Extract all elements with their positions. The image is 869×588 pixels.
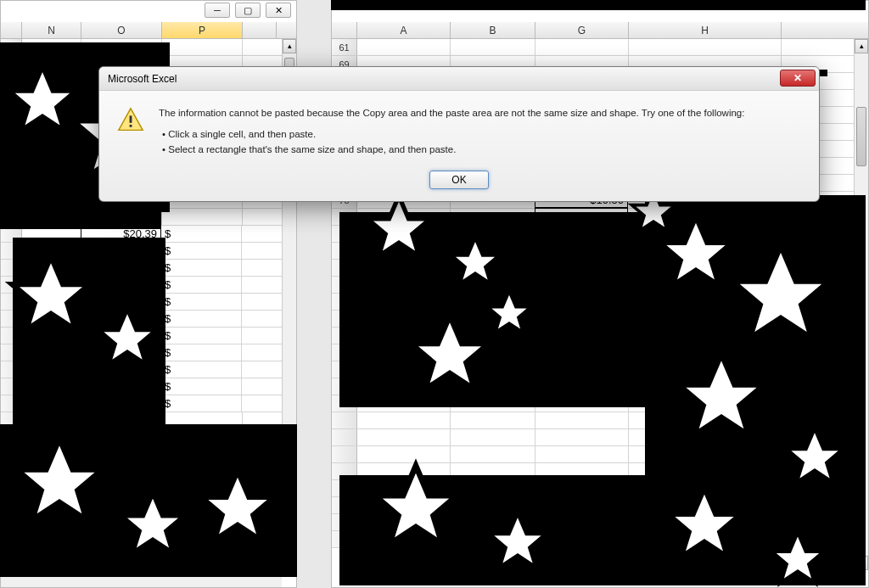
row-header[interactable] bbox=[1, 124, 22, 140]
cell[interactable] bbox=[535, 344, 629, 361]
row-header[interactable] bbox=[332, 446, 357, 462]
row-header[interactable] bbox=[332, 311, 357, 327]
cell[interactable] bbox=[162, 531, 243, 547]
cell[interactable] bbox=[629, 361, 782, 378]
cell[interactable]: $18.00 bbox=[81, 276, 161, 293]
row-header[interactable] bbox=[332, 480, 357, 496]
cell[interactable] bbox=[451, 395, 535, 412]
row-header[interactable] bbox=[1, 90, 22, 106]
row-header[interactable]: 80 bbox=[332, 226, 357, 242]
cell[interactable]: $15.00 bbox=[81, 259, 161, 276]
cell[interactable] bbox=[451, 429, 535, 445]
table-row[interactable]: 82$20.75 bbox=[332, 260, 868, 277]
cell[interactable] bbox=[162, 497, 243, 513]
cell[interactable] bbox=[628, 243, 781, 259]
cell[interactable] bbox=[451, 531, 535, 547]
table-row[interactable] bbox=[332, 294, 868, 311]
table-row[interactable] bbox=[332, 429, 868, 446]
scroll-down-icon[interactable]: ▾ bbox=[283, 556, 296, 570]
table-row[interactable]: $19.83$ bbox=[1, 395, 296, 412]
cell[interactable] bbox=[162, 463, 243, 479]
table-row[interactable]: $23.00$ bbox=[1, 344, 296, 361]
cell[interactable] bbox=[22, 175, 81, 191]
cell[interactable] bbox=[628, 209, 781, 225]
cell[interactable] bbox=[162, 429, 243, 445]
row-header[interactable] bbox=[1, 395, 22, 412]
cell[interactable] bbox=[357, 446, 451, 462]
row-header[interactable] bbox=[1, 277, 22, 293]
cell[interactable] bbox=[451, 412, 535, 428]
cell[interactable] bbox=[535, 395, 629, 412]
cell[interactable] bbox=[357, 361, 451, 378]
row-header[interactable] bbox=[1, 260, 22, 276]
cell[interactable] bbox=[357, 378, 451, 395]
cell[interactable] bbox=[22, 277, 81, 293]
cell[interactable] bbox=[451, 514, 535, 530]
cell[interactable] bbox=[22, 412, 81, 428]
column-header-N[interactable]: N bbox=[22, 22, 81, 38]
cell[interactable] bbox=[22, 90, 81, 106]
cell[interactable] bbox=[629, 446, 782, 462]
row-header[interactable] bbox=[1, 344, 22, 361]
cell[interactable]: $ bbox=[161, 260, 242, 276]
cell[interactable]: $22.00 bbox=[81, 310, 161, 327]
cell[interactable] bbox=[357, 277, 451, 293]
table-row[interactable] bbox=[1, 514, 296, 531]
cell[interactable] bbox=[22, 395, 81, 412]
cell[interactable] bbox=[357, 39, 451, 55]
row-header[interactable] bbox=[1, 226, 22, 242]
cell[interactable] bbox=[22, 192, 81, 208]
cell[interactable] bbox=[22, 226, 81, 242]
row-header[interactable]: 84 bbox=[332, 277, 357, 293]
cell[interactable] bbox=[22, 446, 81, 462]
row-header[interactable] bbox=[1, 446, 22, 462]
row-header[interactable] bbox=[1, 378, 22, 395]
cell[interactable] bbox=[357, 209, 451, 225]
cell[interactable] bbox=[629, 277, 782, 293]
ok-button[interactable]: OK bbox=[429, 171, 489, 189]
cell[interactable] bbox=[357, 328, 451, 344]
cell[interactable]: $12.00 bbox=[81, 242, 161, 259]
cell[interactable] bbox=[81, 429, 162, 445]
close-window-button[interactable]: ✕ bbox=[266, 3, 291, 18]
cell[interactable]: $ bbox=[161, 294, 242, 310]
cell[interactable] bbox=[22, 209, 81, 225]
maximize-button[interactable]: ▢ bbox=[235, 3, 261, 18]
cell[interactable] bbox=[628, 260, 781, 276]
row-header[interactable] bbox=[1, 158, 22, 174]
cell[interactable] bbox=[22, 107, 81, 123]
cell[interactable] bbox=[22, 158, 81, 174]
table-row[interactable] bbox=[332, 531, 868, 548]
scroll-down-icon[interactable]: ▾ bbox=[855, 556, 868, 570]
cell[interactable] bbox=[357, 514, 451, 530]
table-row[interactable] bbox=[1, 463, 296, 480]
select-all-corner[interactable] bbox=[332, 22, 357, 38]
table-row[interactable] bbox=[332, 311, 868, 328]
row-header[interactable] bbox=[1, 531, 22, 547]
cell[interactable] bbox=[357, 395, 451, 412]
cell[interactable]: $ bbox=[161, 395, 242, 412]
cell[interactable] bbox=[451, 209, 535, 225]
row-header[interactable] bbox=[1, 480, 22, 496]
row-header[interactable] bbox=[1, 141, 22, 157]
cell[interactable] bbox=[357, 294, 451, 310]
cell[interactable] bbox=[81, 480, 162, 496]
row-header[interactable] bbox=[1, 56, 22, 72]
table-row[interactable]: $10.00$ bbox=[1, 328, 296, 344]
cell[interactable] bbox=[22, 344, 81, 361]
row-header[interactable] bbox=[332, 395, 357, 412]
column-header-blank[interactable] bbox=[243, 22, 277, 38]
row-header[interactable] bbox=[332, 514, 357, 530]
cell[interactable] bbox=[22, 531, 81, 547]
cell[interactable]: $27.00 bbox=[81, 378, 161, 395]
cell[interactable] bbox=[629, 514, 782, 530]
cell[interactable] bbox=[535, 39, 629, 55]
column-header-B[interactable]: B bbox=[451, 22, 535, 38]
row-header[interactable] bbox=[1, 328, 22, 344]
table-row[interactable] bbox=[332, 497, 868, 514]
cell[interactable] bbox=[357, 463, 451, 479]
cell[interactable] bbox=[451, 277, 535, 293]
cell[interactable] bbox=[535, 497, 629, 513]
cell[interactable] bbox=[535, 480, 629, 496]
cell[interactable] bbox=[162, 446, 243, 462]
